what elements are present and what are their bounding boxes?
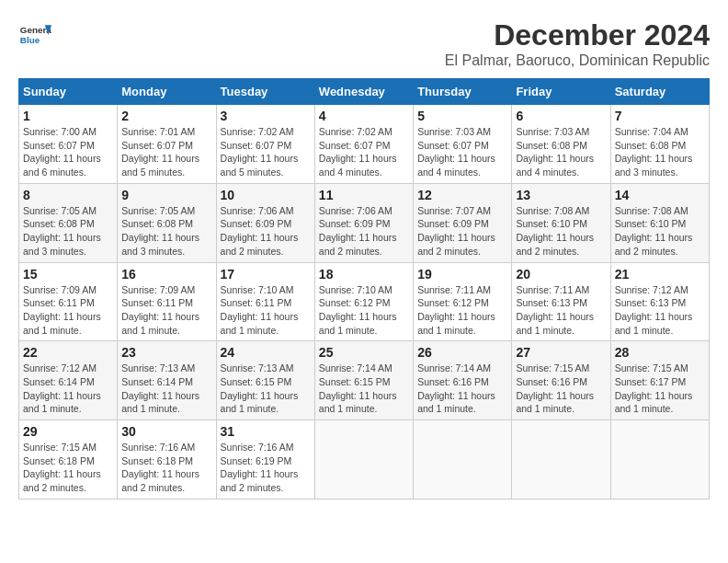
calendar-day-cell: 4Sunrise: 7:02 AM Sunset: 6:07 PM Daylig…	[314, 105, 413, 184]
day-number: 30	[121, 424, 211, 439]
day-info: Sunrise: 7:02 AM Sunset: 6:07 PM Dayligh…	[319, 125, 409, 179]
day-number: 27	[516, 345, 606, 360]
page-subtitle: El Palmar, Baoruco, Dominican Republic	[445, 52, 710, 69]
calendar-day-cell: 11Sunrise: 7:06 AM Sunset: 6:09 PM Dayli…	[314, 183, 413, 262]
day-number: 19	[417, 267, 507, 282]
calendar-week-row: 15Sunrise: 7:09 AM Sunset: 6:11 PM Dayli…	[19, 262, 710, 341]
calendar-day-cell: 31Sunrise: 7:16 AM Sunset: 6:19 PM Dayli…	[216, 420, 314, 500]
calendar-day-cell: 22Sunrise: 7:12 AM Sunset: 6:14 PM Dayli…	[19, 341, 118, 420]
calendar-day-cell: 8Sunrise: 7:05 AM Sunset: 6:08 PM Daylig…	[19, 183, 118, 262]
calendar-week-row: 29Sunrise: 7:15 AM Sunset: 6:18 PM Dayli…	[19, 420, 710, 500]
calendar-day-cell: 20Sunrise: 7:11 AM Sunset: 6:13 PM Dayli…	[512, 262, 610, 341]
day-info: Sunrise: 7:12 AM Sunset: 6:14 PM Dayligh…	[23, 362, 113, 416]
weekday-header-tuesday: Tuesday	[216, 79, 314, 105]
day-info: Sunrise: 7:11 AM Sunset: 6:13 PM Dayligh…	[516, 283, 606, 338]
weekday-header-monday: Monday	[118, 79, 216, 105]
day-info: Sunrise: 7:12 AM Sunset: 6:13 PM Dayligh…	[615, 283, 705, 338]
day-info: Sunrise: 7:13 AM Sunset: 6:15 PM Dayligh…	[221, 362, 311, 416]
day-info: Sunrise: 7:16 AM Sunset: 6:19 PM Dayligh…	[221, 441, 311, 495]
calendar-day-cell: 10Sunrise: 7:06 AM Sunset: 6:09 PM Dayli…	[216, 183, 314, 262]
day-info: Sunrise: 7:03 AM Sunset: 6:07 PM Dayligh…	[417, 125, 507, 179]
day-number: 14	[615, 188, 705, 202]
day-number: 31	[221, 424, 311, 439]
day-info: Sunrise: 7:04 AM Sunset: 6:08 PM Dayligh…	[615, 125, 705, 179]
calendar-day-cell: 7Sunrise: 7:04 AM Sunset: 6:08 PM Daylig…	[610, 105, 709, 184]
calendar-week-row: 1Sunrise: 7:00 AM Sunset: 6:07 PM Daylig…	[19, 105, 710, 184]
svg-text:Blue: Blue	[20, 35, 40, 45]
day-number: 23	[121, 345, 211, 360]
calendar-day-cell: 18Sunrise: 7:10 AM Sunset: 6:12 PM Dayli…	[314, 262, 413, 341]
day-info: Sunrise: 7:15 AM Sunset: 6:16 PM Dayligh…	[516, 362, 606, 416]
day-number: 3	[221, 109, 311, 123]
weekday-header-saturday: Saturday	[610, 79, 709, 105]
calendar-day-cell: 1Sunrise: 7:00 AM Sunset: 6:07 PM Daylig…	[19, 105, 118, 184]
calendar-week-row: 22Sunrise: 7:12 AM Sunset: 6:14 PM Dayli…	[19, 341, 710, 420]
calendar-day-cell: 29Sunrise: 7:15 AM Sunset: 6:18 PM Dayli…	[19, 420, 118, 500]
day-info: Sunrise: 7:15 AM Sunset: 6:17 PM Dayligh…	[615, 362, 705, 416]
day-info: Sunrise: 7:13 AM Sunset: 6:14 PM Dayligh…	[121, 362, 211, 416]
day-info: Sunrise: 7:10 AM Sunset: 6:12 PM Dayligh…	[319, 283, 409, 338]
day-number: 5	[417, 109, 507, 123]
day-number: 16	[121, 267, 211, 282]
page-header: General Blue December 2024 El Palmar, Ba…	[18, 18, 710, 69]
calendar-header-row: SundayMondayTuesdayWednesdayThursdayFrid…	[19, 79, 710, 105]
calendar-day-cell: 24Sunrise: 7:13 AM Sunset: 6:15 PM Dayli…	[216, 341, 314, 420]
calendar-day-cell: 27Sunrise: 7:15 AM Sunset: 6:16 PM Dayli…	[512, 341, 610, 420]
day-number: 26	[417, 345, 507, 360]
weekday-header-wednesday: Wednesday	[314, 79, 413, 105]
empty-cell	[314, 420, 413, 500]
day-number: 17	[221, 267, 311, 282]
day-info: Sunrise: 7:05 AM Sunset: 6:08 PM Dayligh…	[23, 204, 113, 259]
day-info: Sunrise: 7:05 AM Sunset: 6:08 PM Dayligh…	[121, 204, 211, 259]
day-number: 15	[23, 267, 113, 282]
calendar-day-cell: 30Sunrise: 7:16 AM Sunset: 6:18 PM Dayli…	[118, 420, 216, 500]
day-number: 7	[615, 109, 705, 123]
calendar-day-cell: 13Sunrise: 7:08 AM Sunset: 6:10 PM Dayli…	[512, 183, 610, 262]
calendar-week-row: 8Sunrise: 7:05 AM Sunset: 6:08 PM Daylig…	[19, 183, 710, 262]
day-number: 21	[615, 267, 705, 282]
day-info: Sunrise: 7:08 AM Sunset: 6:10 PM Dayligh…	[516, 204, 606, 259]
calendar-day-cell: 16Sunrise: 7:09 AM Sunset: 6:11 PM Dayli…	[118, 262, 216, 341]
day-number: 10	[221, 188, 311, 202]
day-number: 1	[23, 109, 113, 123]
day-info: Sunrise: 7:03 AM Sunset: 6:08 PM Dayligh…	[516, 125, 606, 179]
day-number: 20	[516, 267, 606, 282]
calendar-day-cell: 26Sunrise: 7:14 AM Sunset: 6:16 PM Dayli…	[414, 341, 512, 420]
calendar-day-cell: 23Sunrise: 7:13 AM Sunset: 6:14 PM Dayli…	[118, 341, 216, 420]
day-number: 4	[319, 109, 409, 123]
day-info: Sunrise: 7:16 AM Sunset: 6:18 PM Dayligh…	[121, 441, 211, 495]
day-info: Sunrise: 7:09 AM Sunset: 6:11 PM Dayligh…	[121, 283, 211, 338]
day-number: 6	[516, 109, 606, 123]
day-info: Sunrise: 7:11 AM Sunset: 6:12 PM Dayligh…	[417, 283, 507, 338]
weekday-header-friday: Friday	[512, 79, 610, 105]
day-number: 8	[23, 188, 113, 202]
weekday-header-sunday: Sunday	[19, 79, 118, 105]
calendar-day-cell: 2Sunrise: 7:01 AM Sunset: 6:07 PM Daylig…	[118, 105, 216, 184]
title-section: December 2024 El Palmar, Baoruco, Domini…	[445, 18, 710, 69]
day-number: 9	[121, 188, 211, 202]
day-info: Sunrise: 7:14 AM Sunset: 6:15 PM Dayligh…	[319, 362, 409, 416]
day-info: Sunrise: 7:01 AM Sunset: 6:07 PM Dayligh…	[121, 125, 211, 179]
logo-icon: General Blue	[18, 18, 51, 52]
day-number: 29	[23, 424, 113, 439]
day-number: 25	[319, 345, 409, 360]
empty-cell	[512, 420, 610, 500]
calendar-day-cell: 17Sunrise: 7:10 AM Sunset: 6:11 PM Dayli…	[216, 262, 314, 341]
day-info: Sunrise: 7:07 AM Sunset: 6:09 PM Dayligh…	[417, 204, 507, 259]
weekday-header-thursday: Thursday	[414, 79, 512, 105]
day-number: 22	[23, 345, 113, 360]
calendar-day-cell: 21Sunrise: 7:12 AM Sunset: 6:13 PM Dayli…	[610, 262, 709, 341]
page-title: December 2024	[445, 18, 710, 52]
day-info: Sunrise: 7:09 AM Sunset: 6:11 PM Dayligh…	[23, 283, 113, 338]
day-number: 13	[516, 188, 606, 202]
day-info: Sunrise: 7:02 AM Sunset: 6:07 PM Dayligh…	[221, 125, 311, 179]
day-info: Sunrise: 7:06 AM Sunset: 6:09 PM Dayligh…	[319, 204, 409, 259]
calendar-day-cell: 12Sunrise: 7:07 AM Sunset: 6:09 PM Dayli…	[414, 183, 512, 262]
calendar-day-cell: 3Sunrise: 7:02 AM Sunset: 6:07 PM Daylig…	[216, 105, 314, 184]
day-number: 2	[121, 109, 211, 123]
day-number: 12	[417, 188, 507, 202]
day-number: 11	[319, 188, 409, 202]
empty-cell	[610, 420, 709, 500]
day-info: Sunrise: 7:06 AM Sunset: 6:09 PM Dayligh…	[221, 204, 311, 259]
calendar-day-cell: 15Sunrise: 7:09 AM Sunset: 6:11 PM Dayli…	[19, 262, 118, 341]
